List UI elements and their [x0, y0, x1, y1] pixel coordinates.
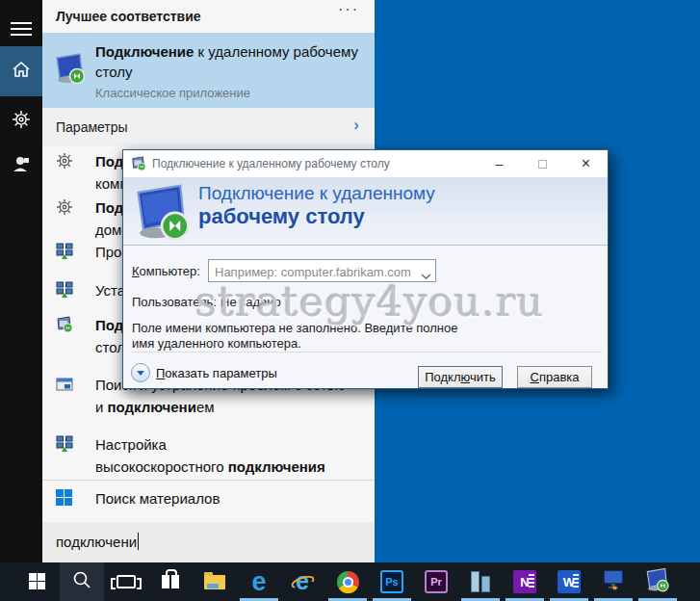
server-towers-icon: [471, 571, 490, 592]
rdp-window-icon: [131, 156, 146, 175]
banner-title-line1: Подключение к удаленному: [198, 183, 435, 204]
sidebar-item-settings[interactable]: [0, 100, 42, 143]
task-view-icon: [117, 575, 136, 588]
network-computer-button[interactable]: [591, 562, 635, 601]
network-icon: [56, 435, 75, 455]
troubleshoot-icon: [56, 376, 75, 395]
computer-combobox[interactable]: Например: computer.fabrikam.com: [208, 259, 436, 282]
best-match-header-label: Лучшее соответствие: [56, 9, 201, 24]
best-match-header: Лучшее соответствие ···: [42, 0, 375, 31]
screen: Лучшее соответствие ··· Подключение к уд…: [0, 0, 700, 601]
gear-icon: [56, 198, 75, 218]
remote-desktop-icon: [645, 567, 670, 596]
search-query-text: подключени: [56, 534, 137, 550]
word-button[interactable]: W: [547, 562, 591, 601]
search-content-label: Поиск материалов: [95, 487, 375, 510]
computer-label: Компьютер:: [132, 264, 200, 278]
search-icon: [71, 569, 92, 594]
close-icon: ×: [582, 155, 590, 172]
photoshop-icon: Ps: [380, 570, 403, 593]
network-icon: [56, 243, 75, 262]
chrome-button[interactable]: [325, 562, 370, 601]
help-button[interactable]: Справка: [517, 366, 592, 388]
info-text-line1: Поле имени компьютера не заполнено. Введ…: [132, 321, 458, 335]
close-button[interactable]: ×: [564, 150, 608, 177]
network-computer-icon: [601, 567, 626, 596]
chevron-right-icon: ›: [353, 116, 359, 135]
more-options-icon[interactable]: ···: [338, 1, 359, 18]
windows-start-icon: [29, 573, 46, 590]
start-sidebar: [0, 0, 42, 562]
home-icon: [11, 59, 32, 84]
windows-logo-icon: [56, 489, 75, 509]
rdp-app-icon: [54, 52, 87, 89]
edge-button[interactable]: e: [237, 562, 281, 601]
computer-placeholder: Например: computer.fabrikam.com: [215, 265, 411, 279]
internet-explorer-button[interactable]: e: [281, 562, 325, 601]
store-icon: [162, 575, 179, 588]
gear-icon: [56, 152, 75, 171]
dialog-titlebar[interactable]: Подключение к удаленному рабочему столу …: [123, 150, 608, 177]
result-item-text: Настройкавысокоскоростного подключения: [95, 433, 375, 478]
rdp-dialog-window: Подключение к удаленному рабочему столу …: [122, 149, 609, 389]
minimize-icon: –: [496, 156, 504, 171]
chevron-down-icon: [421, 267, 431, 284]
task-view-button[interactable]: [104, 562, 148, 601]
dialog-title: Подключение к удаленному рабочему столу: [152, 157, 390, 170]
premiere-icon: Pr: [425, 570, 448, 593]
premiere-button[interactable]: Pr: [414, 562, 458, 601]
maximize-button[interactable]: [521, 150, 564, 177]
divider: [42, 480, 375, 481]
parameters-label: Параметры: [56, 119, 128, 135]
dialog-divider: [131, 352, 602, 353]
sidebar-item-account[interactable]: [0, 144, 42, 187]
search-content-item[interactable]: Поиск материалов: [42, 487, 375, 510]
gear-icon: [12, 110, 31, 133]
chrome-icon: [337, 571, 359, 593]
photoshop-button[interactable]: Ps: [370, 562, 414, 601]
network-icon: [56, 281, 75, 300]
server-app-button[interactable]: [458, 562, 503, 601]
best-match-title: Подключение к удаленному рабочему столу: [95, 41, 367, 82]
hamburger-icon: [11, 18, 32, 39]
hamburger-menu-button[interactable]: [0, 8, 42, 50]
remote-desktop-button[interactable]: [635, 562, 680, 601]
connect-button[interactable]: Подключить: [418, 366, 503, 388]
sidebar-item-home[interactable]: [0, 46, 42, 96]
folder-icon: [204, 575, 225, 589]
banner-title-line2: рабочему столу: [198, 204, 365, 229]
minimize-button[interactable]: –: [478, 150, 521, 177]
best-match-subtitle: Классическое приложение: [95, 86, 250, 100]
internet-explorer-icon: e: [291, 569, 316, 594]
word-icon: W: [557, 570, 581, 593]
onenote-button[interactable]: N: [503, 562, 547, 601]
user-value: Не задано: [220, 295, 281, 309]
edge-icon: e: [251, 569, 266, 595]
show-options-toggle[interactable]: [131, 363, 150, 382]
result-item[interactable]: Настройкавысокоскоростного подключения: [42, 433, 375, 478]
person-icon: [11, 153, 32, 178]
file-explorer-button[interactable]: [193, 562, 237, 601]
show-options-label[interactable]: Показать параметры: [156, 366, 277, 380]
rdp-icon: [56, 316, 75, 335]
search-input[interactable]: подключени: [42, 522, 375, 562]
taskbar-search-button[interactable]: [60, 562, 104, 601]
text-caret: [138, 533, 139, 550]
info-text-line2: имя удаленного компьютера.: [132, 336, 301, 351]
dialog-header-banner: Подключение к удаленному рабочему столу: [123, 177, 608, 246]
taskbar: e e Ps Pr N W: [0, 562, 700, 601]
chevron-down-icon: [137, 371, 144, 376]
parameters-section-header[interactable]: Параметры ›: [42, 108, 375, 146]
store-button[interactable]: [148, 562, 193, 601]
user-label: Пользователь:: [132, 295, 217, 309]
onenote-icon: N: [513, 570, 536, 593]
best-match-item[interactable]: Подключение к удаленному рабочему столу …: [42, 33, 375, 108]
start-button[interactable]: [15, 562, 60, 601]
rdp-banner-icon: [133, 182, 193, 246]
maximize-icon: [538, 160, 547, 169]
